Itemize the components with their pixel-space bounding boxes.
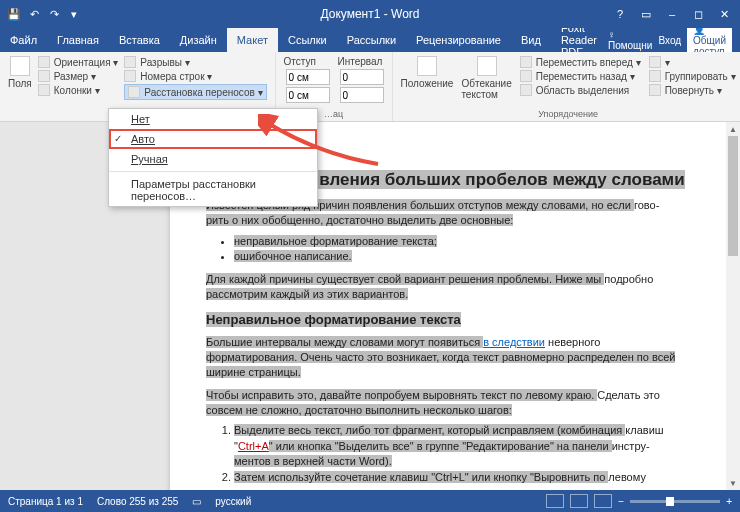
wrap-text-button[interactable]: Обтекание текстом [461, 56, 511, 100]
tab-file[interactable]: Файл [0, 28, 47, 52]
doc-paragraph[interactable]: Чтобы исправить это, давайте попробуем в… [206, 388, 694, 418]
doc-link[interactable]: в следствии [483, 336, 545, 348]
indent-left-input[interactable] [284, 69, 330, 85]
indent-label: Отступ [284, 56, 330, 67]
list-item[interactable]: неправильное форматирование текста; [234, 234, 694, 249]
position-button[interactable]: Положение [401, 56, 454, 100]
spacing-after-input[interactable] [338, 87, 384, 103]
line-numbers-icon [124, 70, 136, 82]
tab-home[interactable]: Главная [47, 28, 109, 52]
doc-error-link[interactable]: Ctrl+A [238, 440, 269, 452]
tab-design[interactable]: Дизайн [170, 28, 227, 52]
close-icon[interactable]: ✕ [712, 4, 736, 24]
send-backward-icon [520, 70, 532, 82]
read-mode-icon[interactable] [546, 494, 564, 508]
tab-mailings[interactable]: Рассылки [337, 28, 406, 52]
tab-foxit[interactable]: Foxit Reader PDF [551, 28, 608, 52]
list-item[interactable]: Выделите весь текст, либо тот фрагмент, … [234, 423, 694, 469]
doc-paragraph[interactable]: Для каждой причины существует свой вариа… [206, 272, 694, 302]
hyphenation-auto[interactable]: ✓Авто [109, 129, 317, 149]
margins-icon [10, 56, 30, 76]
help-icon[interactable]: ? [608, 4, 632, 24]
columns-icon [38, 84, 50, 96]
tab-view[interactable]: Вид [511, 28, 551, 52]
scroll-down-icon[interactable]: ▼ [726, 476, 740, 490]
position-icon [417, 56, 437, 76]
zoom-in-button[interactable]: + [726, 496, 732, 507]
orientation-button[interactable]: Ориентация ▾ [38, 56, 119, 68]
ribbon-tabs: Файл Главная Вставка Дизайн Макет Ссылки… [0, 28, 740, 52]
size-icon [38, 70, 50, 82]
tab-insert[interactable]: Вставка [109, 28, 170, 52]
tab-references[interactable]: Ссылки [278, 28, 337, 52]
indent-right-input[interactable] [284, 87, 330, 103]
align-icon [649, 56, 661, 68]
group-arrange: Положение Обтекание текстом Переместить … [393, 52, 740, 121]
bring-forward-icon [520, 56, 532, 68]
check-icon: ✓ [114, 133, 122, 144]
window-title: Документ1 - Word [320, 7, 419, 21]
vertical-scrollbar[interactable]: ▲ ▼ [726, 122, 740, 490]
doc-bullet-list[interactable]: неправильное форматирование текста; ошиб… [206, 234, 694, 265]
group-objects-button[interactable]: Группировать ▾ [649, 70, 736, 82]
group-icon [649, 70, 661, 82]
doc-paragraph[interactable]: Большие интервалы между словами могут по… [206, 335, 694, 380]
hyphenation-options[interactable]: Параметры расстановки переносов… [109, 174, 317, 206]
doc-heading-2[interactable]: Неправильное форматирование текста [206, 312, 694, 327]
tell-me-field[interactable]: ♀ Помощни [608, 29, 653, 51]
rotate-icon [649, 84, 661, 96]
proofing-icon[interactable]: ▭ [192, 496, 201, 507]
scrollbar-thumb[interactable] [728, 136, 738, 256]
doc-numbered-list[interactable]: Выделите весь текст, либо тот фрагмент, … [206, 423, 694, 485]
scroll-up-icon[interactable]: ▲ [726, 122, 740, 136]
tab-layout[interactable]: Макет [227, 28, 278, 52]
save-icon[interactable]: 💾 [6, 6, 22, 22]
spacing-label: Интервал [338, 56, 384, 67]
margins-button[interactable]: Поля [8, 56, 32, 100]
columns-button[interactable]: Колонки ▾ [38, 84, 119, 96]
wrap-icon [477, 56, 497, 76]
page-count[interactable]: Страница 1 из 1 [8, 496, 83, 507]
zoom-out-button[interactable]: − [618, 496, 624, 507]
hyphenation-manual[interactable]: Ручная [109, 149, 317, 169]
web-layout-icon[interactable] [594, 494, 612, 508]
undo-icon[interactable]: ↶ [26, 6, 42, 22]
tab-review[interactable]: Рецензирование [406, 28, 511, 52]
language-label[interactable]: русский [215, 496, 251, 507]
dropdown-separator [109, 171, 317, 172]
status-bar: Страница 1 из 1 Слово 255 из 255 ▭ русск… [0, 490, 740, 512]
rotate-button[interactable]: Повернуть ▾ [649, 84, 736, 96]
ribbon-display-icon[interactable]: ▭ [634, 4, 658, 24]
minimize-icon[interactable]: – [660, 4, 684, 24]
title-bar: 💾 ↶ ↷ ▾ Документ1 - Word ? ▭ – ◻ ✕ [0, 0, 740, 28]
zoom-slider[interactable] [630, 500, 720, 503]
list-item[interactable]: Затем используйте сочетание клавиш "Ctrl… [234, 470, 694, 485]
zoom-slider-thumb[interactable] [666, 497, 674, 506]
send-backward-button[interactable]: Переместить назад ▾ [520, 70, 641, 82]
word-count[interactable]: Слово 255 из 255 [97, 496, 178, 507]
quick-access-toolbar: 💾 ↶ ↷ ▾ [0, 6, 82, 22]
maximize-icon[interactable]: ◻ [686, 4, 710, 24]
spacing-before-input[interactable] [338, 69, 384, 85]
selection-pane-button[interactable]: Область выделения [520, 84, 641, 96]
orientation-icon [38, 56, 50, 68]
qat-customize-icon[interactable]: ▾ [66, 6, 82, 22]
breaks-button[interactable]: Разрывы ▾ [124, 56, 266, 68]
window-buttons: ? ▭ – ◻ ✕ [608, 4, 740, 24]
redo-icon[interactable]: ↷ [46, 6, 62, 22]
hyphenation-none[interactable]: Нет [109, 109, 317, 129]
hyphenation-dropdown: Нет ✓Авто Ручная Параметры расстановки п… [108, 108, 318, 207]
selection-pane-icon [520, 84, 532, 96]
size-button[interactable]: Размер ▾ [38, 70, 119, 82]
bring-forward-button[interactable]: Переместить вперед ▾ [520, 56, 641, 68]
group-label-arrange: Упорядочение [401, 109, 736, 119]
hyphenation-icon [128, 86, 140, 98]
sign-in-link[interactable]: Вход [658, 35, 681, 46]
list-item[interactable]: ошибочное написание. [234, 249, 694, 264]
breaks-icon [124, 56, 136, 68]
align-button[interactable]: ▾ [649, 56, 736, 68]
line-numbers-button[interactable]: Номера строк ▾ [124, 70, 266, 82]
hyphenation-button[interactable]: Расстановка переносов ▾ [124, 84, 266, 100]
print-layout-icon[interactable] [570, 494, 588, 508]
